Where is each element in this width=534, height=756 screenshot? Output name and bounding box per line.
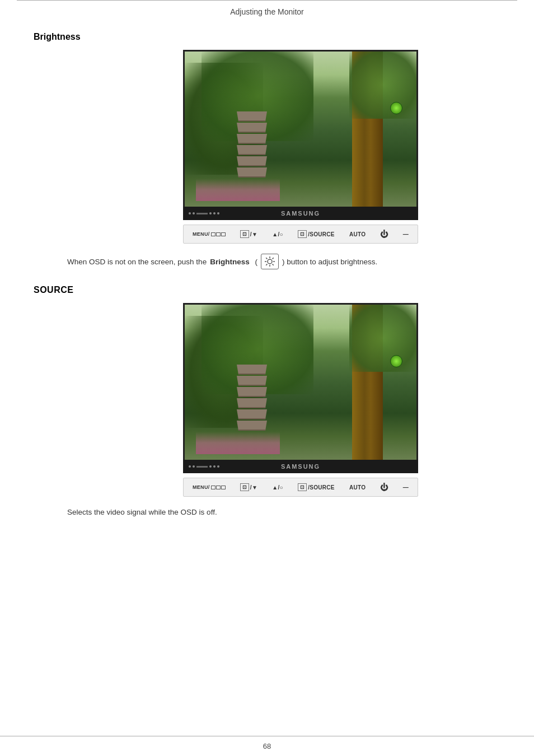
pagoda-tier-4 — [235, 145, 269, 155]
btn2-source[interactable]: ⊡ /▼ — [240, 483, 258, 491]
btn2-slash: /▼ — [250, 231, 257, 237]
source-pagoda-tier-5 — [235, 409, 269, 419]
power-btn-source[interactable]: ⏻ — [380, 483, 388, 492]
btn4-source[interactable]: ⊡ /SOURCE — [298, 483, 335, 491]
brightness-note: When OSD is not on the screen, push the … — [67, 254, 500, 269]
source-green-circle — [390, 355, 402, 367]
pagoda-tier-2 — [235, 123, 269, 133]
pagoda-tier-6 — [235, 167, 269, 178]
note-open-paren: ( — [253, 258, 257, 266]
svg-line-8 — [266, 264, 267, 265]
dash-label: — — [403, 231, 409, 237]
brightness-monitor-wrap: SAMSUNG MENU/ ⊡ /▼ ▲/○ — [101, 50, 500, 244]
page-number: 68 — [263, 742, 271, 750]
source-monitor-screen — [183, 303, 418, 460]
src-menu-box2 — [216, 486, 221, 489]
svg-line-5 — [266, 258, 267, 259]
brightness-monitor-bottom-bar: SAMSUNG — [183, 207, 418, 220]
menu-label: MENU/ — [193, 231, 210, 237]
src-btn4-icon: ⊡ — [298, 483, 307, 491]
src-menu-label: MENU/ — [193, 484, 210, 490]
source-foliage-right — [349, 305, 416, 372]
flowers — [196, 179, 280, 201]
src-menu-box3 — [221, 486, 226, 489]
indicator-dot-2 — [193, 212, 195, 214]
btn3-source[interactable]: ▲/○ — [272, 484, 283, 491]
src-indicator-dot-3 — [209, 465, 212, 468]
pagoda — [235, 111, 269, 179]
page-footer: 68 — [0, 736, 534, 756]
btn4-label: /SOURCE — [308, 231, 335, 237]
brightness-icon-box — [261, 254, 279, 269]
src-indicator-dot-1 — [189, 465, 191, 468]
source-pagoda-tier-4 — [235, 398, 269, 408]
menu-icon-box2 — [216, 232, 221, 236]
source-pagoda — [235, 365, 269, 432]
source-pagoda-tier-6 — [235, 421, 269, 431]
foliage-right — [349, 52, 416, 119]
src-menu-box1 — [211, 486, 216, 489]
btn2-brightness[interactable]: ⊡ /▼ — [240, 230, 258, 238]
svg-line-7 — [273, 258, 274, 259]
src-btn3-label: ▲/○ — [272, 484, 283, 491]
source-monitor-bottom-bar: SAMSUNG — [183, 460, 418, 473]
source-title: SOURCE — [34, 285, 500, 295]
src-dash-label: — — [403, 484, 409, 491]
source-pagoda-tier-2 — [235, 376, 269, 386]
brightness-control-bar: MENU/ ⊡ /▼ ▲/○ ⊡ /SOURCE — [183, 225, 418, 244]
menu-icon-box3 — [221, 232, 226, 236]
menu-btn-source[interactable]: MENU/ — [193, 484, 226, 490]
header-title: Adjusting the Monitor — [230, 7, 304, 16]
green-circle — [390, 102, 402, 114]
svg-line-6 — [273, 264, 274, 265]
note-suffix: ) button to adjust brightness. — [282, 258, 377, 266]
brightness-title: Brightness — [34, 32, 500, 42]
svg-point-0 — [268, 259, 272, 264]
note-bold: Brightness — [210, 258, 250, 266]
indicator-dot-5 — [217, 212, 219, 214]
btn2-icon: ⊡ — [240, 230, 249, 238]
source-pagoda-tier-1 — [235, 365, 269, 375]
power-icon: ⏻ — [380, 230, 388, 239]
auto-btn-brightness[interactable]: AUTO — [349, 231, 366, 237]
dash-btn-brightness[interactable]: — — [403, 231, 409, 237]
note-prefix: When OSD is not on the screen, push the — [67, 258, 207, 266]
btn3-label: ▲/○ — [272, 231, 283, 237]
indicator-dot-3 — [209, 212, 212, 214]
btn4-brightness[interactable]: ⊡ /SOURCE — [298, 230, 335, 238]
source-control-bar: MENU/ ⊡ /▼ ▲/○ ⊡ /SOURCE — [183, 478, 418, 497]
brightness-section: Brightness — [34, 32, 500, 269]
src-auto-label: AUTO — [349, 484, 366, 491]
src-indicator-bar — [196, 466, 208, 468]
menu-icon-box1 — [211, 232, 216, 236]
src-btn2-icon: ⊡ — [240, 483, 249, 491]
source-monitor-wrap: SAMSUNG MENU/ ⊡ /▼ ▲/○ — [101, 303, 500, 497]
auto-label: AUTO — [349, 231, 366, 237]
src-btn2-slash: /▼ — [250, 484, 257, 491]
src-indicator-dot-4 — [213, 465, 216, 468]
brightness-monitor-screen — [183, 50, 418, 207]
src-indicator-dot-2 — [193, 465, 195, 468]
source-section: SOURCE — [34, 285, 500, 516]
source-note: Selects the video signal while the OSD i… — [67, 508, 500, 516]
dash-btn-source[interactable]: — — [403, 484, 409, 491]
indicator-dot-1 — [189, 212, 191, 214]
btn4-icon: ⊡ — [298, 230, 307, 238]
brightness-sun-icon — [264, 256, 275, 267]
source-pagoda-tier-3 — [235, 387, 269, 397]
indicator-bar — [196, 213, 208, 214]
pagoda-tier-3 — [235, 134, 269, 144]
samsung-logo-brightness: SAMSUNG — [222, 210, 379, 217]
samsung-logo-source: SAMSUNG — [222, 463, 379, 470]
pagoda-tier-5 — [235, 156, 269, 166]
pagoda-tier-1 — [235, 111, 269, 122]
page-header: Adjusting the Monitor — [17, 0, 517, 21]
btn3-brightness[interactable]: ▲/○ — [272, 231, 283, 237]
src-indicator-dot-5 — [217, 465, 219, 468]
indicator-dot-4 — [213, 212, 216, 214]
menu-btn-brightness[interactable]: MENU/ — [193, 231, 226, 237]
power-btn-brightness[interactable]: ⏻ — [380, 230, 388, 239]
src-power-icon: ⏻ — [380, 483, 388, 492]
auto-btn-source[interactable]: AUTO — [349, 484, 366, 491]
src-btn4-label: /SOURCE — [308, 484, 335, 491]
